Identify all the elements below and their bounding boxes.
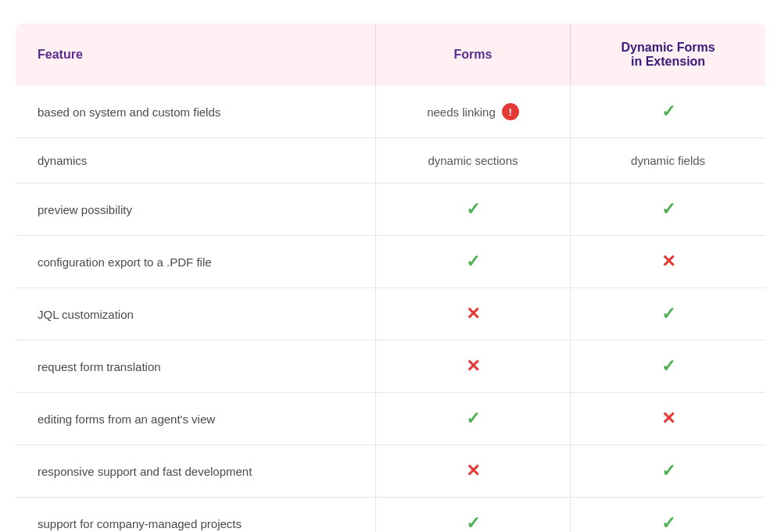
- comparison-table: Feature Forms Dynamic Forms in Extension…: [16, 23, 765, 532]
- dynamic-forms-cell: ✓: [571, 498, 765, 533]
- check-icon: ✓: [661, 102, 675, 121]
- header-feature: Feature: [16, 23, 375, 86]
- comparison-table-wrapper: Feature Forms Dynamic Forms in Extension…: [16, 23, 765, 532]
- check-icon: ✓: [661, 356, 675, 376]
- cross-icon: ✕: [466, 356, 480, 376]
- table-row: editing forms from an agent's view✓✕: [16, 393, 765, 445]
- feature-cell: responsive support and fast development: [16, 445, 375, 498]
- forms-cell: ✕: [375, 341, 570, 393]
- header-dynamic-line2: in Extension: [631, 55, 705, 68]
- dynamic-forms-cell: ✓: [571, 288, 765, 341]
- check-icon: ✓: [466, 199, 480, 219]
- check-icon: ✓: [661, 199, 675, 219]
- forms-cell: needs linking!: [375, 86, 570, 138]
- table-row: configuration export to a .PDF file✓✕: [16, 236, 765, 288]
- forms-cell: dynamic sections: [375, 138, 570, 184]
- dynamic-forms-cell: ✓: [571, 184, 765, 236]
- cross-icon: ✕: [466, 461, 480, 480]
- warning-badge-icon: !: [502, 103, 519, 120]
- cross-icon: ✕: [661, 252, 675, 271]
- dynamic-forms-cell: dynamic fields: [571, 138, 765, 184]
- forms-cell: ✓: [375, 498, 570, 533]
- check-icon: ✓: [661, 304, 675, 323]
- forms-cell: ✕: [375, 288, 570, 341]
- dynamic-forms-cell: ✕: [571, 393, 765, 445]
- table-row: based on system and custom fieldsneeds l…: [16, 86, 765, 138]
- forms-cell: ✓: [375, 236, 570, 288]
- cross-icon: ✕: [661, 409, 675, 428]
- check-icon: ✓: [661, 513, 675, 532]
- dynamic-forms-cell: ✕: [571, 236, 765, 288]
- forms-cell: ✓: [375, 184, 570, 236]
- dynamic-forms-cell: ✓: [571, 445, 765, 498]
- check-icon: ✓: [661, 461, 675, 480]
- header-dynamic-forms: Dynamic Forms in Extension: [571, 23, 765, 86]
- cross-icon: ✕: [466, 304, 480, 323]
- check-icon: ✓: [466, 252, 480, 271]
- needs-linking-cell: dynamic sections: [428, 154, 518, 167]
- feature-cell: based on system and custom fields: [16, 86, 375, 138]
- dynamic-forms-cell: ✓: [571, 86, 765, 138]
- table-row: support for company-managed projects✓✓: [16, 498, 765, 533]
- table-row: request form translation✕✓: [16, 341, 765, 393]
- forms-cell: ✕: [375, 445, 570, 498]
- check-icon: ✓: [466, 409, 480, 428]
- forms-cell: ✓: [375, 393, 570, 445]
- dynamic-forms-cell: ✓: [571, 341, 765, 393]
- feature-cell: JQL customization: [16, 288, 375, 341]
- needs-linking-cell: needs linking!: [427, 103, 519, 120]
- table-header-row: Feature Forms Dynamic Forms in Extension: [16, 23, 765, 86]
- feature-cell: preview possibility: [16, 184, 375, 236]
- forms-text-value: dynamic sections: [428, 154, 518, 167]
- forms-text-value: needs linking: [427, 105, 496, 119]
- feature-cell: support for company-managed projects: [16, 498, 375, 533]
- feature-cell: configuration export to a .PDF file: [16, 236, 375, 288]
- dynamic-text-value: dynamic fields: [631, 154, 705, 167]
- check-icon: ✓: [466, 513, 480, 532]
- feature-cell: editing forms from an agent's view: [16, 393, 375, 445]
- header-dynamic-line1: Dynamic Forms: [622, 41, 715, 54]
- table-row: responsive support and fast development✕…: [16, 445, 765, 498]
- table-row: JQL customization✕✓: [16, 288, 765, 341]
- table-row: dynamicsdynamic sectionsdynamic fields: [16, 138, 765, 184]
- table-row: preview possibility✓✓: [16, 184, 765, 236]
- header-forms: Forms: [375, 23, 570, 86]
- feature-cell: request form translation: [16, 341, 375, 393]
- feature-cell: dynamics: [16, 138, 375, 184]
